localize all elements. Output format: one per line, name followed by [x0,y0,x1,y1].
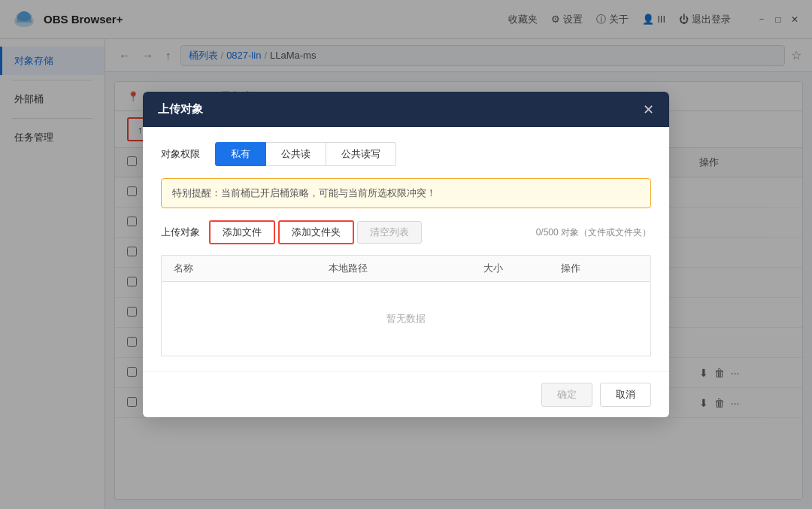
permission-row: 对象权限 私有 公共读 公共读写 [161,142,651,166]
tab-private[interactable]: 私有 [215,142,266,166]
clear-list-btn[interactable]: 清空列表 [357,221,422,244]
upload-row: 上传对象 添加文件 添加文件夹 清空列表 0/500 对象（文件或文件夹） [161,220,651,244]
tab-public-read[interactable]: 公共读 [266,142,326,166]
perm-label: 对象权限 [161,147,206,161]
list-col-action: 操作 [561,262,638,275]
confirm-btn[interactable]: 确定 [541,383,592,407]
empty-list-text: 暂无数据 [161,282,651,356]
warning-box: 特别提醒：当前桶已开启桶策略，可能与当前所选权限冲突！ [161,178,651,208]
modal-close-btn[interactable]: ✕ [643,103,654,117]
file-list-header: 名称 本地路径 大小 操作 [161,255,651,282]
modal-title: 上传对象 [158,102,203,117]
list-col-path: 本地路径 [329,262,483,275]
count-text: 0/500 对象（文件或文件夹） [536,226,651,239]
modal-footer: 确定 取消 [143,371,669,417]
list-col-size: 大小 [483,262,561,275]
add-folder-btn[interactable]: 添加文件夹 [278,220,354,244]
warning-text: 特别提醒：当前桶已开启桶策略，可能与当前所选权限冲突！ [172,187,436,198]
add-file-btn[interactable]: 添加文件 [209,220,275,244]
tab-public-readwrite[interactable]: 公共读写 [326,142,396,166]
list-col-name: 名称 [174,262,329,275]
permission-tabs: 私有 公共读 公共读写 [215,142,396,166]
modal-header: 上传对象 ✕ [143,92,669,127]
modal-overlay: 上传对象 ✕ 对象权限 私有 公共读 公共读写 特别提醒：当前桶已开启桶策略，可… [0,0,812,509]
upload-label: 上传对象 [161,226,206,239]
cancel-btn[interactable]: 取消 [600,383,651,407]
upload-modal: 上传对象 ✕ 对象权限 私有 公共读 公共读写 特别提醒：当前桶已开启桶策略，可… [143,92,669,417]
modal-body: 对象权限 私有 公共读 公共读写 特别提醒：当前桶已开启桶策略，可能与当前所选权… [143,127,669,371]
